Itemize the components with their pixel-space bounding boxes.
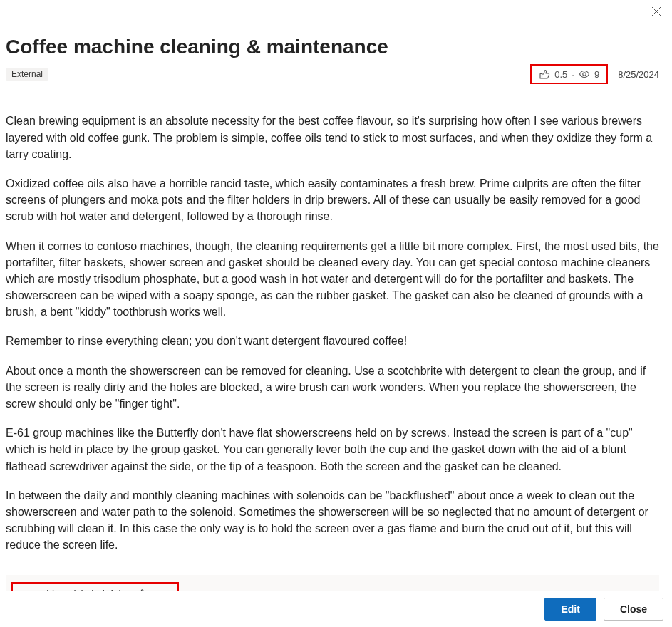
stats-highlight: 0.5 · 9 (530, 64, 608, 84)
body-paragraph: Oxidized coffee oils also have a horribl… (6, 175, 659, 225)
edit-button[interactable]: Edit (544, 598, 596, 621)
meta-block: 0.5 · 9 8/25/2024 (530, 64, 659, 84)
footer-actions: Edit Close (0, 591, 672, 627)
article-title: Coffee machine cleaning & maintenance (6, 34, 659, 60)
article-panel: Coffee machine cleaning & maintenance Ex… (0, 0, 672, 627)
feedback-highlight: Was this article helpful? (11, 582, 179, 591)
publish-date: 8/25/2024 (618, 69, 659, 80)
visibility-tag: External (6, 68, 48, 81)
separator-dot: · (572, 69, 574, 80)
view-count: 9 (594, 69, 599, 80)
helpful-score: 0.5 (554, 69, 567, 80)
body-paragraph: E-61 group machines like the Butterfly d… (6, 425, 659, 475)
body-paragraph: When it comes to contoso machines, thoug… (6, 238, 659, 321)
body-paragraph: In between the daily and monthly cleanin… (6, 487, 659, 554)
svg-point-2 (583, 73, 586, 76)
body-paragraph: About once a month the showerscreen can … (6, 363, 659, 413)
body-paragraph: Remember to rinse everything clean; you … (6, 333, 659, 349)
thumb-up-icon (539, 68, 550, 80)
header-meta-row: External 0.5 · (6, 64, 659, 84)
content-scroll[interactable]: Coffee machine cleaning & maintenance Ex… (0, 0, 665, 591)
article-body: Clean brewing equipment is an absolute n… (6, 113, 659, 553)
feedback-bar: Was this article helpful? (6, 575, 659, 591)
body-paragraph: Clean brewing equipment is an absolute n… (6, 113, 659, 162)
eye-icon (579, 68, 590, 80)
close-button[interactable]: Close (604, 598, 663, 621)
